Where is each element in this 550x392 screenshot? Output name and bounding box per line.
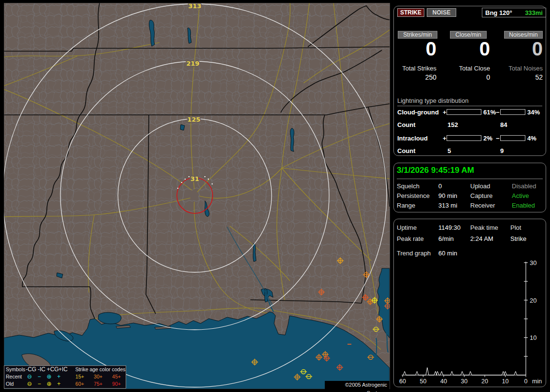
bearing-label: Bng 120° [485, 9, 512, 16]
uptime-value: 1149:30 [438, 224, 461, 231]
status-panel: 3/1/2026 9:45:19 AM Squelch 0 Upload Dis… [393, 163, 546, 212]
app-window: { "map": { "land_color": "#6a5e58", "wat… [0, 0, 550, 392]
age-60: 60+ [71, 380, 89, 388]
legend-col-cg-neg: -CG [26, 366, 36, 373]
total-noises-label: Total Noises [504, 65, 543, 72]
ic-negative-bar [500, 135, 525, 141]
strikes-per-min-value: 0 [398, 39, 436, 58]
total-strikes-label: Total Strikes [398, 65, 436, 72]
legend-old-label: Old [4, 380, 25, 388]
strike-trend-chart: 1020306050403020100min [394, 259, 546, 387]
total-close-label: Total Close [451, 65, 490, 72]
cg-pos-old-icon: ⊕ [44, 380, 54, 388]
squelch-label: Squelch [397, 182, 420, 190]
svg-text:30: 30 [530, 259, 536, 266]
receiver-label: Receiver [470, 202, 495, 209]
ic-negative-pct: 4% [527, 135, 536, 142]
receiver-status: Enabled [512, 202, 535, 209]
uptime-label: Uptime [397, 224, 417, 231]
legend-col-cg-pos: +CG [47, 366, 58, 373]
noises-per-min-chip[interactable]: Noises/min [504, 31, 543, 39]
svg-text:10: 10 [502, 378, 509, 385]
close-per-min-value: 0 [451, 39, 490, 58]
legend-col-ic-pos: +IC [58, 366, 69, 373]
ic-neg-old-icon: − [34, 380, 44, 388]
datetime-display: 3/1/2026 9:45:19 AM [397, 166, 543, 179]
range-label: Range [397, 202, 415, 209]
svg-text:60: 60 [399, 378, 406, 385]
cg-positive-bar [447, 109, 481, 115]
trend-graph-label: Trend graph [397, 250, 431, 257]
cg-negative-bar [500, 109, 525, 115]
age-75: 75+ [89, 380, 107, 388]
close-per-min-chip[interactable]: Close/min [450, 31, 487, 39]
positive-sign: + [443, 135, 447, 142]
ic-negative-count: 9 [500, 147, 504, 154]
svg-text:40: 40 [440, 378, 447, 385]
ic-neg-recent-icon: − [34, 373, 44, 380]
copyright-label: ©2005 Astrogenic Systems [325, 381, 390, 389]
legend-col-ic-neg: -IC [36, 366, 47, 373]
svg-text:10: 10 [530, 334, 536, 341]
capture-label: Capture [470, 192, 492, 199]
ic-positive-count: 5 [448, 147, 451, 154]
strike-mode-button[interactable]: STRIKE [397, 8, 424, 17]
ic-pos-recent-icon: + [54, 373, 64, 380]
negative-sign: − [496, 135, 500, 142]
cg-negative-pct: 34% [527, 109, 540, 116]
ic-positive-bar [447, 135, 481, 141]
age-90: 90+ [107, 380, 126, 388]
map-legend: Symbols -CG -IC +CG +IC Strike age color… [4, 365, 126, 389]
capture-status: Active [512, 192, 529, 199]
strikes-per-min-chip[interactable]: Strikes/min [398, 31, 437, 39]
plot-label: Plot [510, 224, 521, 231]
legend-recent-label: Recent [4, 373, 25, 380]
peak-rate-value: 6/min [438, 235, 454, 242]
svg-text:20: 20 [530, 297, 536, 304]
peak-time-value: 2:24 AM [470, 235, 493, 242]
bearing-range-value: 333mi [525, 9, 543, 16]
total-strikes-value: 250 [398, 73, 436, 81]
peak-time-label: Peak time [470, 224, 498, 231]
total-noises-value: 52 [504, 73, 543, 81]
svg-text:313: 313 [188, 2, 201, 10]
cg-neg-old-icon: ⊖ [25, 380, 34, 388]
squelch-value: 0 [438, 182, 442, 190]
svg-text:30: 30 [461, 378, 468, 385]
svg-text:0: 0 [524, 378, 528, 385]
svg-text:125: 125 [187, 116, 200, 123]
age-15: 15+ [71, 373, 89, 380]
svg-text:20: 20 [481, 378, 488, 385]
cg-positive-count: 152 [448, 121, 458, 128]
total-close-value: 0 [451, 73, 490, 81]
cg-count-label: Count [397, 121, 416, 128]
cg-negative-count: 84 [500, 121, 507, 128]
svg-text:219: 219 [186, 60, 199, 67]
persistence-value: 90 min [438, 192, 457, 199]
cloud-ground-label: Cloud-ground [397, 109, 439, 116]
upload-label: Upload [470, 182, 490, 190]
distribution-title: Lightning type distribution [397, 97, 542, 106]
svg-text:50: 50 [420, 378, 427, 385]
age-30: 30+ [89, 373, 107, 380]
svg-text:min: min [532, 378, 542, 385]
plot-value: Strike [510, 235, 526, 242]
peak-rate-label: Peak rate [397, 235, 424, 242]
ic-count-label: Count [397, 147, 416, 154]
bearing-readout: Bng 120° 333mi [482, 8, 546, 17]
noise-mode-button[interactable]: NOISE [427, 8, 456, 17]
negative-sign: − [496, 109, 500, 116]
trend-panel: Uptime 1149:30 Peak time Plot Peak rate … [393, 219, 546, 387]
cg-positive-pct: 61% [483, 109, 496, 116]
svg-text:31: 31 [190, 175, 199, 182]
trend-window-value: 60 min [438, 250, 457, 257]
age-45: 45+ [107, 373, 126, 380]
legend-age-title: Strike age color codes [75, 366, 126, 373]
noises-per-min-value: 0 [504, 39, 543, 58]
cg-neg-recent-icon: ⊖ [25, 373, 34, 380]
persistence-label: Persistence [397, 192, 430, 199]
legend-symbols-header: Symbols [4, 366, 26, 373]
counters-panel: STRIKE NOISE Bng 120° 333mi Strikes/min … [393, 6, 546, 156]
ic-positive-pct: 2% [483, 135, 492, 142]
positive-sign: + [443, 109, 447, 116]
